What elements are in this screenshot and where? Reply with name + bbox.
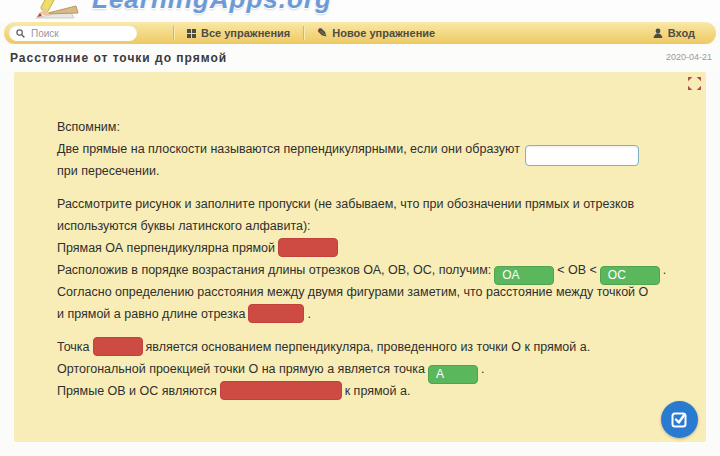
sentence5: Ортогональной проекцией точки О на пряму… bbox=[57, 358, 688, 380]
search-input[interactable] bbox=[29, 27, 130, 40]
perpendicular-answer-input[interactable] bbox=[525, 145, 639, 166]
exercise-area: Вспомним: Две прямые на плоскости называ… bbox=[14, 72, 706, 442]
sentence2-mid: < ОВ < bbox=[557, 263, 597, 277]
nav-all-exercises-label: Все упражнения bbox=[201, 27, 290, 39]
conclusion-paragraph: Точкаявляется основанием перпендикуляра,… bbox=[57, 336, 688, 402]
user-icon bbox=[653, 28, 663, 38]
sentence1: Прямая ОА перпендикулярна прямой bbox=[57, 237, 688, 259]
logo-strip: LearningApps.org bbox=[0, 0, 720, 22]
pencil-ruler-logo-icon bbox=[30, 0, 92, 20]
grid-icon bbox=[187, 29, 196, 38]
sentence5-period: . bbox=[481, 362, 484, 376]
page: LearningApps.org Все упражнения ✎ Новое … bbox=[0, 0, 720, 456]
sentence4-after: является основанием перпендикуляра, пров… bbox=[146, 340, 591, 354]
sentence4: Точкаявляется основанием перпендикуляра,… bbox=[57, 336, 688, 358]
page-title: Расстояние от точки до прямой bbox=[10, 44, 227, 72]
nav-new-exercise-label: Новое упражнение bbox=[332, 27, 435, 39]
recall-heading: Вспомним: bbox=[57, 116, 688, 138]
logo-text: LearningApps.org bbox=[92, 0, 332, 15]
sentence1-text: Прямая ОА перпендикулярна прямой bbox=[57, 241, 275, 255]
sentence6-before: Прямые ОВ и ОС являются bbox=[57, 384, 217, 398]
search-box[interactable] bbox=[9, 25, 137, 41]
sentence2-text: Расположив в порядке возрастания длины о… bbox=[57, 263, 491, 277]
answer-gap-a[interactable]: A bbox=[428, 365, 478, 384]
answer-gap-segment[interactable] bbox=[248, 304, 304, 323]
title-bar: Расстояние от точки до прямой 2020-04-21 bbox=[0, 44, 720, 72]
instruction-line2: используются буквы латинского алфавита): bbox=[57, 215, 688, 237]
nav-all-exercises[interactable]: Все упражнения bbox=[174, 22, 303, 44]
task-paragraph: Рассмотрите рисунок и заполните пропуски… bbox=[57, 193, 688, 325]
pencil-icon: ✎ bbox=[317, 27, 327, 39]
sentence6-after: к прямой а. bbox=[345, 384, 411, 398]
nav-login[interactable]: Вход bbox=[640, 22, 708, 44]
recall-line2-text: Две прямые на плоскости называются перпе… bbox=[57, 142, 520, 156]
answer-gap-perpendicular-line[interactable] bbox=[278, 238, 338, 257]
check-square-icon bbox=[671, 411, 688, 428]
answer-gap-point[interactable] bbox=[93, 337, 143, 356]
sentence5-before: Ортогональной проекцией точки О на пряму… bbox=[57, 362, 425, 376]
sentence3-line1: Согласно определению расстояния между дв… bbox=[57, 281, 688, 303]
instruction-line1: Рассмотрите рисунок и заполните пропуски… bbox=[57, 193, 688, 215]
sentence3-line2: и прямой а равно длине отрезка. bbox=[57, 303, 688, 325]
site-logo[interactable]: LearningApps.org bbox=[30, 0, 332, 20]
answer-gap-oblique[interactable] bbox=[220, 381, 342, 400]
check-answer-button[interactable] bbox=[661, 401, 698, 438]
sentence2-period: . bbox=[663, 263, 666, 277]
sentence3-text: и прямой а равно длине отрезка bbox=[57, 307, 245, 321]
sentence2: Расположив в порядке возрастания длины о… bbox=[57, 259, 688, 281]
exercise-text: Вспомним: Две прямые на плоскости называ… bbox=[57, 116, 688, 413]
sentence3-period: . bbox=[307, 307, 310, 321]
nav-login-label: Вход bbox=[668, 27, 695, 39]
sentence4-before: Точка bbox=[57, 340, 90, 354]
sentence6: Прямые ОВ и ОС являютсяк прямой а. bbox=[57, 380, 688, 402]
recall-paragraph: Вспомним: Две прямые на плоскости называ… bbox=[57, 116, 688, 182]
main-navbar: Все упражнения ✎ Новое упражнение Вход bbox=[4, 22, 716, 44]
search-icon bbox=[16, 29, 25, 38]
date-label: 2020-04-21 bbox=[666, 44, 712, 70]
fullscreen-icon[interactable] bbox=[688, 77, 701, 90]
recall-line2: Две прямые на плоскости называются перпе… bbox=[57, 138, 688, 160]
nav-new-exercise[interactable]: ✎ Новое упражнение bbox=[304, 22, 448, 44]
